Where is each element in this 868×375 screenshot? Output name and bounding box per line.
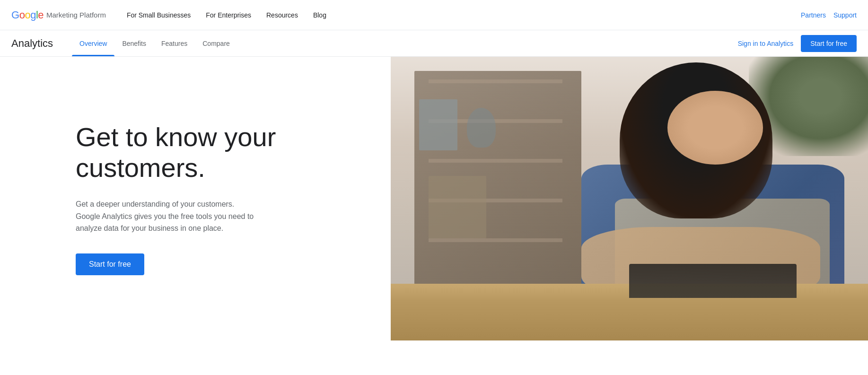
- nav-for-enterprises[interactable]: For Enterprises: [200, 8, 257, 23]
- logo-area: Google Marketing Platform: [11, 9, 106, 21]
- start-free-button-hero[interactable]: Start for free: [76, 253, 144, 275]
- secondary-nav-right: Sign in to Analytics Start for free: [738, 35, 857, 52]
- nav-resources[interactable]: Resources: [261, 8, 304, 23]
- scene-laptop: [629, 264, 796, 298]
- tab-features[interactable]: Features: [154, 30, 195, 56]
- product-name: Marketing Platform: [46, 11, 106, 19]
- secondary-nav-links: Overview Benefits Features Compare: [72, 30, 738, 56]
- hero-description: Get a deeper understanding of your custo…: [76, 198, 260, 235]
- secondary-navigation: Analytics Overview Benefits Features Com…: [0, 30, 868, 57]
- hero-scene: [391, 57, 868, 340]
- nav-support[interactable]: Support: [833, 11, 857, 19]
- hero-content: Get to know your customers. Get a deeper…: [0, 94, 331, 304]
- hero-image: [391, 57, 868, 340]
- shelf-item-2: [467, 108, 496, 148]
- nav-blog[interactable]: Blog: [307, 8, 332, 23]
- tab-overview[interactable]: Overview: [72, 30, 114, 56]
- hero-section: Get to know your customers. Get a deeper…: [0, 57, 868, 340]
- top-navigation: Google Marketing Platform For Small Busi…: [0, 0, 868, 30]
- google-logo: Google: [11, 9, 44, 21]
- tab-benefits[interactable]: Benefits: [114, 30, 154, 56]
- analytics-title: Analytics: [11, 37, 53, 50]
- nav-for-small-businesses[interactable]: For Small Businesses: [121, 8, 196, 23]
- top-nav-right: Partners Support: [801, 11, 857, 19]
- sign-in-button[interactable]: Sign in to Analytics: [738, 40, 794, 47]
- hero-heading: Get to know your customers.: [76, 122, 284, 183]
- shelf-item-1: [419, 99, 457, 150]
- start-free-button-header[interactable]: Start for free: [801, 35, 857, 52]
- scene-face: [667, 91, 763, 165]
- nav-partners[interactable]: Partners: [801, 11, 826, 19]
- top-nav-links: For Small Businesses For Enterprises Res…: [121, 8, 801, 23]
- shelf-item-3: [429, 176, 486, 238]
- tab-compare[interactable]: Compare: [195, 30, 237, 56]
